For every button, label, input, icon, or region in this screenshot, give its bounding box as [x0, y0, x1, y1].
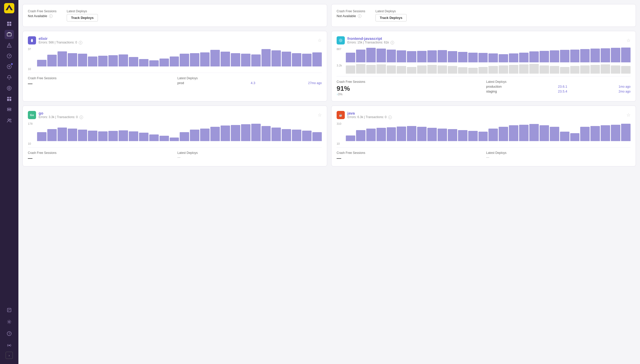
sidebar-bottom: ? › [5, 305, 14, 361]
deploy-version[interactable]: 4.3 [251, 81, 255, 85]
sidebar-item-releases[interactable] [5, 62, 14, 71]
project-card-java: ☕ java Errors: 6.3k | Transactions: 0 i … [331, 106, 636, 166]
bar [231, 125, 240, 141]
star-button[interactable]: ☆ [626, 112, 631, 118]
star-button[interactable]: ☆ [626, 38, 631, 43]
bar [417, 65, 427, 74]
bar [129, 57, 138, 66]
bar [611, 65, 620, 74]
crash-free-section-2: Crash Free Sessions Not Available i [337, 9, 365, 18]
chart-section: 887 3.2k [337, 48, 631, 74]
bar [78, 130, 87, 141]
top-card-1: Crash Free Sessions Not Available i Late… [22, 4, 327, 27]
sidebar-item-help[interactable]: ? [5, 329, 14, 338]
bar [499, 65, 508, 74]
bar [387, 50, 396, 62]
bar [292, 130, 301, 141]
sidebar-item-issues[interactable] [5, 41, 14, 50]
project-name[interactable]: go [39, 111, 83, 115]
crash-free-label-2: Crash Free Sessions [337, 9, 365, 13]
bar [621, 48, 631, 62]
sidebar-item-dashboard[interactable] [5, 19, 14, 28]
deploy-time[interactable]: 27mo ago [308, 81, 322, 85]
bar [376, 128, 386, 141]
project-header: elixir Errors: 566 | Transactions: 0 i ☆ [28, 36, 322, 44]
bar [190, 130, 199, 141]
bar [438, 50, 447, 62]
project-title-area: Go go Errors: 3.3k | Transactions: 0 i [28, 111, 83, 119]
bar [312, 132, 322, 141]
sidebar-item-dashboards[interactable] [5, 94, 14, 104]
crash-free-section: Crash Free Sessions — [28, 76, 172, 86]
sidebar-item-projects[interactable] [5, 30, 14, 39]
project-stats-info-icon[interactable]: i [79, 41, 82, 44]
chart-section: 178 10 [28, 122, 322, 145]
crash-free-label: Crash Free Sessions [28, 76, 172, 80]
track-deploys-button-2[interactable]: Track Deploys [375, 14, 407, 21]
bar [376, 64, 386, 74]
bar [170, 138, 179, 141]
bar [312, 52, 322, 66]
crash-free-section-1: Crash Free Sessions Not Available i [28, 9, 56, 18]
project-header: frontend-javascript Errors: 15k | Transa… [337, 36, 631, 44]
deploys-section: Latest Deploys production 23.6.1 1mo ago… [486, 80, 631, 96]
app-logo[interactable] [4, 3, 14, 13]
crash-free-section: Crash Free Sessions 91% ↑0% [337, 80, 481, 96]
project-stats-info-icon[interactable]: i [79, 116, 83, 119]
bar [108, 131, 118, 141]
crash-free-info-icon-1[interactable]: i [49, 14, 53, 18]
bar [282, 52, 291, 66]
bar [221, 52, 230, 66]
bar [560, 67, 569, 74]
project-name[interactable]: frontend-javascript [347, 36, 394, 41]
bar [519, 125, 529, 141]
sidebar-item-alerts[interactable] [5, 73, 14, 82]
svg-rect-20 [9, 97, 11, 98]
project-stats: Errors: 15k | Transactions: 61k i [347, 41, 394, 44]
sidebar-item-storage[interactable] [5, 105, 14, 114]
bar [448, 129, 457, 141]
sidebar-collapse-button[interactable]: › [6, 352, 13, 359]
bar [221, 126, 230, 141]
sidebar-item-broadcast[interactable] [5, 341, 14, 350]
sidebar-item-reports[interactable] [5, 305, 14, 315]
sidebar-item-performance[interactable] [5, 51, 14, 61]
crash-free-large-value: 91% [337, 85, 481, 93]
project-stats-info-icon[interactable]: i [388, 116, 392, 119]
card-bottom: Crash Free Sessions 91% ↑0% Latest Deplo… [337, 76, 631, 96]
star-button[interactable]: ☆ [318, 112, 322, 118]
star-button[interactable]: ☆ [318, 38, 322, 43]
svg-point-9 [9, 47, 9, 47]
deploy-version[interactable]: 23.5.4 [558, 89, 567, 93]
deploys-label: Latest Deploys [177, 151, 322, 155]
card-bottom: Crash Free Sessions — Latest Deploys — [337, 147, 631, 161]
deploy-version[interactable]: 23.6.1 [558, 85, 567, 88]
svg-point-33 [9, 345, 10, 346]
deploy-time[interactable]: 1mo ago [619, 85, 631, 88]
crash-free-label: Crash Free Sessions [337, 151, 481, 155]
sidebar-item-settings[interactable] [5, 317, 14, 326]
track-deploys-button-1[interactable]: Track Deploys [67, 14, 98, 21]
sidebar-item-discover[interactable] [5, 84, 14, 93]
deploy-time[interactable]: 2mo ago [619, 90, 631, 93]
bar [468, 131, 478, 141]
project-stats-info-icon[interactable]: i [391, 41, 394, 44]
svg-point-34 [31, 39, 33, 42]
svg-point-30 [8, 321, 10, 323]
sidebar-item-team[interactable] [5, 116, 14, 125]
crash-free-info-icon-2[interactable]: i [358, 14, 361, 18]
project-name[interactable]: java [347, 111, 392, 115]
bars-main [28, 49, 322, 67]
bar [356, 50, 365, 62]
bar [282, 129, 291, 141]
crash-free-value: — [28, 81, 172, 86]
svg-rect-7 [7, 33, 11, 36]
bar [580, 49, 590, 62]
bar [407, 126, 416, 141]
bar [366, 65, 376, 74]
deploys-section: Latest Deploys — [486, 151, 631, 161]
bar [417, 127, 427, 141]
project-name[interactable]: elixir [39, 36, 82, 41]
bar [241, 124, 250, 141]
bar [488, 129, 498, 141]
